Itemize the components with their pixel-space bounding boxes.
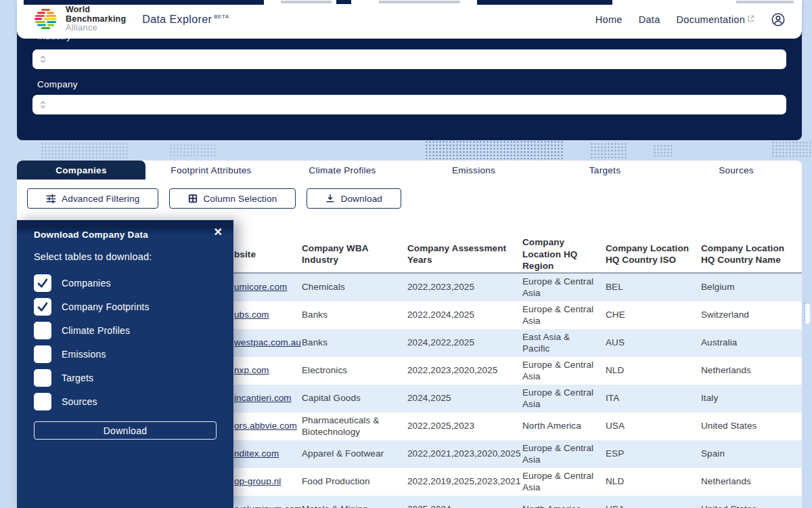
cell-iso: USA <box>606 503 701 508</box>
cell-years: 2022,2021,2023,2020,2025 <box>407 448 522 460</box>
cell-iso: NLD <box>606 364 701 377</box>
modal-title: Download Company Data <box>34 230 148 240</box>
top-cutoff-text <box>281 1 332 3</box>
col-header-website[interactable]: bsite <box>234 249 302 261</box>
cell-iso: ESP <box>606 448 701 460</box>
tab-footprint-attributes[interactable]: Footprint Attributes <box>145 161 277 179</box>
select-chevrons-icon <box>39 54 47 64</box>
tab-bar: Companies Footprint Attributes Climate P… <box>17 161 802 179</box>
company-website-link[interactable]: nxp.com <box>234 365 269 375</box>
scrollbar-thumb[interactable] <box>805 303 810 324</box>
column-selection-button[interactable]: Column Selection <box>169 188 296 209</box>
cell-industry: Electronics <box>302 364 407 377</box>
top-cutoff-bar <box>24 0 264 5</box>
cell-industry: Banks <box>302 309 407 321</box>
advanced-filtering-button[interactable]: Advanced Filtering <box>27 188 158 209</box>
company-filter-label: Company <box>37 79 78 89</box>
header-nav: Home Data Documentation <box>595 12 786 27</box>
tab-climate-profiles[interactable]: Climate Profiles <box>277 161 408 179</box>
cell-country: Belgium <box>701 281 802 293</box>
sources-checkbox[interactable] <box>34 393 51 410</box>
close-icon[interactable]: ✕ <box>214 227 223 238</box>
company-website-link[interactable]: westpac.com.au <box>234 337 301 347</box>
account-icon[interactable] <box>771 12 786 27</box>
col-header-assessment-years[interactable]: Company Assessment Years <box>407 242 522 266</box>
col-header-hq-country-name[interactable]: Company Location HQ Country Name <box>701 242 802 266</box>
map-dots-decor <box>41 142 129 158</box>
companies-checkbox[interactable] <box>34 274 51 292</box>
top-cutoff-text <box>379 1 460 3</box>
cell-region: Europe & Central Asia <box>522 359 606 383</box>
cell-region: Europe & Central Asia <box>522 303 606 327</box>
cell-country: Italy <box>701 392 802 404</box>
col-header-hq-country-iso[interactable]: Company Location HQ Country ISO <box>606 242 701 266</box>
cell-years: 2022,2019,2025,2023,2021 <box>407 475 522 488</box>
option-companies: Companies <box>34 274 111 293</box>
option-company-footprints: Company Footprints <box>34 297 150 316</box>
modal-subtitle: Select tables to download: <box>34 251 152 262</box>
cell-years: 2022,2025,2023 <box>407 420 522 432</box>
tab-emissions[interactable]: Emissions <box>408 161 539 179</box>
cell-country: Spain <box>701 448 802 460</box>
cell-region: North America <box>522 420 606 432</box>
col-header-hq-region[interactable]: Company Location HQ Region <box>522 236 606 272</box>
cell-years: 2022,2023,2025 <box>407 281 522 293</box>
emissions-checkbox[interactable] <box>34 345 51 363</box>
cell-iso: NLD <box>606 475 701 488</box>
cell-iso: ITA <box>606 392 701 404</box>
tab-targets[interactable]: Targets <box>539 161 671 179</box>
nav-documentation[interactable]: Documentation <box>677 14 754 25</box>
cell-region: North America <box>522 503 606 508</box>
company-website-link[interactable]: ors.abbvie.com <box>234 421 297 431</box>
company-website-link[interactable]: nditex.com <box>234 448 279 459</box>
option-sources: Sources <box>34 392 97 411</box>
cell-region: Europe & Central Asia <box>522 387 606 410</box>
nav-data[interactable]: Data <box>639 14 660 25</box>
cell-industry: Chemicals <box>302 281 407 293</box>
company-website-link[interactable]: ryaluminum.com <box>234 504 302 508</box>
climate-profiles-checkbox[interactable] <box>34 322 51 339</box>
cell-iso: BEL <box>606 281 701 293</box>
beta-badge: BETA <box>214 14 229 20</box>
nav-home[interactable]: Home <box>595 14 623 25</box>
cell-years: 2024,2025 <box>407 392 522 404</box>
cell-region: Europe & Central Asia <box>522 470 606 494</box>
col-header-industry[interactable]: Company WBA Industry <box>302 242 407 266</box>
app-title: Data ExplorerBETA <box>142 14 229 26</box>
cell-industry: Apparel & Footwear <box>302 448 407 460</box>
company-footprints-checkbox[interactable] <box>34 298 51 316</box>
cell-industry: Food Production <box>302 475 407 488</box>
tab-companies[interactable]: Companies <box>17 161 145 179</box>
company-website-link[interactable]: ubs.com <box>234 310 269 320</box>
sliders-icon <box>46 194 56 204</box>
tab-sources[interactable]: Sources <box>671 161 802 179</box>
select-chevrons-icon <box>39 100 47 110</box>
cell-country: Netherlands <box>701 364 802 377</box>
cell-region: Europe & Central Asia <box>522 442 606 466</box>
company-website-link[interactable]: incantieri.com <box>234 393 292 403</box>
industry-select[interactable] <box>32 49 786 69</box>
cell-country: United States <box>701 503 802 508</box>
cell-region: Europe & Central Asia <box>522 276 606 299</box>
external-link-icon <box>747 15 754 22</box>
cell-years: 2022,2024,2025 <box>407 309 522 321</box>
cell-iso: AUS <box>606 337 701 349</box>
company-website-link[interactable]: umicore.com <box>234 282 287 292</box>
wba-logo <box>33 7 59 32</box>
cell-country: Australia <box>701 337 802 349</box>
option-targets: Targets <box>34 368 93 387</box>
option-climate-profiles: Climate Profiles <box>34 321 130 340</box>
cell-industry: Capital Goods <box>302 392 407 404</box>
targets-checkbox[interactable] <box>34 369 51 387</box>
map-dots-decor <box>425 140 564 159</box>
company-website-link[interactable]: op-group.nl <box>234 476 281 486</box>
download-modal: Download Company Data ✕ Select tables to… <box>17 220 233 508</box>
modal-download-button[interactable]: Download <box>34 421 217 440</box>
company-select[interactable] <box>32 95 786 114</box>
download-icon <box>325 194 335 203</box>
download-button[interactable]: Download <box>307 188 401 209</box>
app-header: World Benchmarking Alliance Data Explore… <box>17 0 802 39</box>
cell-iso: USA <box>606 420 701 432</box>
brand-text: World Benchmarking Alliance <box>66 5 126 33</box>
cell-region: East Asia & Pacific <box>522 331 606 355</box>
